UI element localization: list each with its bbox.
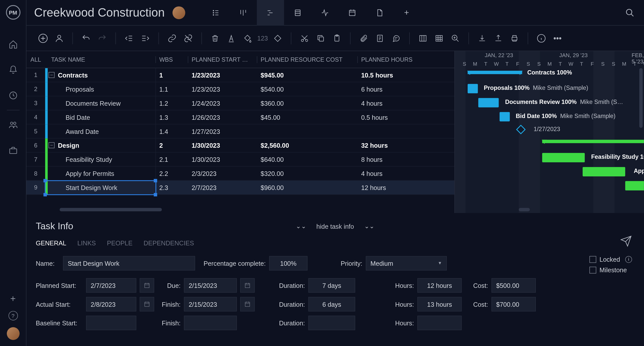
view-gantt-icon[interactable]: [257, 0, 284, 25]
table-row[interactable]: 7Feasibility Study2.11/30/2023$640.008 h…: [26, 152, 454, 167]
bell-icon[interactable]: [8, 65, 18, 75]
fill-color-icon[interactable]: [240, 31, 255, 46]
calendar-icon[interactable]: [140, 297, 154, 312]
team-icon[interactable]: [8, 120, 18, 130]
gantt-bar-feas[interactable]: [542, 153, 585, 162]
cut-icon[interactable]: [297, 31, 312, 46]
redo-icon[interactable]: [95, 31, 110, 46]
table-row[interactable]: 1−Contracts11/23/2023$945.0010.5 hours: [26, 68, 454, 82]
link-icon[interactable]: [165, 31, 179, 46]
paste-icon[interactable]: [330, 31, 344, 46]
view-file-icon[interactable]: [366, 0, 393, 25]
columns-icon[interactable]: [416, 31, 430, 46]
gantt-vscroll[interactable]: [639, 68, 643, 128]
view-sheet-icon[interactable]: [284, 0, 311, 25]
view-activity-icon[interactable]: [311, 0, 338, 25]
actual-start-field[interactable]: 2/8/2023: [86, 297, 136, 312]
actual-duration-field[interactable]: 6 days: [308, 297, 355, 312]
planned-cost-field[interactable]: $500.00: [492, 278, 536, 293]
tab-dependencies[interactable]: DEPENDENCIES: [144, 239, 194, 247]
name-field[interactable]: Start Design Work: [63, 256, 195, 271]
col-hours[interactable]: PLANNED HOURS: [358, 56, 426, 63]
table-row[interactable]: 6−Design21/30/2023$2,560.0032 hours: [26, 138, 454, 152]
view-board-icon[interactable]: [229, 0, 257, 25]
attach-icon[interactable]: [356, 31, 371, 46]
add-view-icon[interactable]: +: [393, 0, 420, 25]
user-avatar[interactable]: [7, 327, 19, 340]
add-task-icon[interactable]: [36, 31, 50, 46]
table-row[interactable]: 4Bid Date1.31/26/2023$45.000.5 hours: [26, 110, 454, 124]
hide-task-info[interactable]: hide task info: [316, 223, 354, 230]
actual-cost-field[interactable]: $700.00: [492, 297, 536, 312]
unlink-icon[interactable]: [181, 31, 196, 46]
due-field[interactable]: 2/15/2023: [184, 278, 237, 293]
collapse-icon[interactable]: −: [49, 142, 55, 148]
gantt-bar-design[interactable]: [542, 140, 644, 143]
col-all[interactable]: ALL: [26, 56, 45, 63]
calendar-icon[interactable]: [240, 278, 255, 293]
copy-icon[interactable]: [313, 31, 328, 46]
collapse-icon[interactable]: −: [49, 72, 55, 78]
gantt-bar-apply[interactable]: [583, 167, 625, 176]
indent-icon[interactable]: [138, 31, 153, 46]
comment-icon[interactable]: [389, 31, 404, 46]
tab-general[interactable]: GENERAL: [36, 239, 66, 247]
milestone-icon[interactable]: [270, 31, 285, 46]
table-row[interactable]: 9Start Design Work2.32/7/2023$960.0012 h…: [26, 181, 454, 195]
view-calendar-icon[interactable]: [338, 0, 366, 25]
zoom-icon[interactable]: [448, 31, 463, 46]
locked-checkbox[interactable]: [589, 256, 596, 263]
info-icon[interactable]: [534, 31, 549, 46]
briefcase-icon[interactable]: [8, 145, 18, 156]
col-wbs[interactable]: WBS: [156, 56, 188, 63]
view-list-icon[interactable]: [202, 0, 229, 25]
calendar-icon[interactable]: [140, 278, 154, 293]
send-icon[interactable]: [620, 235, 632, 249]
help-icon[interactable]: ?: [8, 311, 18, 320]
toolbar-number[interactable]: 123: [256, 34, 269, 42]
planned-duration-field[interactable]: 7 days: [308, 278, 355, 293]
col-name[interactable]: TASK NAME: [45, 56, 156, 63]
table-row[interactable]: 8Apply for Permits2.22/3/2023$320.004 ho…: [26, 167, 454, 181]
table-row[interactable]: 2Proposals1.11/23/2023$540.006 hours: [26, 82, 454, 96]
assign-icon[interactable]: [52, 31, 67, 46]
chevron-down-icon[interactable]: ⌄⌄: [364, 223, 375, 229]
planned-hours-field[interactable]: 12 hours: [417, 278, 462, 293]
undo-icon[interactable]: [79, 31, 93, 46]
col-cost[interactable]: PLANNED RESOURCE COST: [257, 56, 358, 63]
actual-finish-field[interactable]: 2/15/2023: [184, 297, 237, 312]
add-icon[interactable]: +: [10, 293, 16, 304]
gantt-bar-docs[interactable]: [478, 98, 499, 107]
app-logo[interactable]: PM: [6, 5, 20, 20]
gantt-bar-contracts[interactable]: [468, 71, 522, 74]
locked-info-icon[interactable]: i: [625, 256, 632, 263]
milestone-checkbox[interactable]: [589, 266, 596, 273]
text-color-icon[interactable]: [224, 31, 239, 46]
print-icon[interactable]: [507, 31, 522, 46]
search-icon[interactable]: [625, 8, 634, 17]
gantt-bar-bid[interactable]: [500, 112, 510, 121]
col-start[interactable]: PLANNED START …: [188, 56, 257, 63]
planned-start-field[interactable]: 2/7/2023: [86, 278, 136, 293]
actual-hours-field[interactable]: 13 hours: [417, 297, 462, 312]
baseline-finish-field[interactable]: [184, 316, 237, 330]
baseline-start-field[interactable]: [86, 316, 136, 330]
delete-icon[interactable]: [208, 31, 222, 46]
grid-icon[interactable]: [432, 31, 447, 46]
project-avatar[interactable]: [172, 6, 185, 19]
outdent-icon[interactable]: [122, 31, 136, 46]
pct-field[interactable]: 100%: [269, 256, 307, 271]
more-icon[interactable]: [550, 31, 565, 46]
notes-icon[interactable]: [373, 31, 387, 46]
tab-links[interactable]: LINKS: [77, 239, 96, 247]
table-row[interactable]: 3Documents Review1.21/24/2023$360.004 ho…: [26, 96, 454, 110]
home-icon[interactable]: [8, 39, 18, 50]
grid-scrollbar[interactable]: [60, 208, 162, 211]
table-row[interactable]: 5Award Date1.41/27/2023: [26, 124, 454, 138]
tab-people[interactable]: PEOPLE: [107, 239, 133, 247]
import-icon[interactable]: [475, 31, 490, 46]
baseline-hours-field[interactable]: [417, 316, 462, 330]
clock-icon[interactable]: [8, 90, 18, 101]
gantt-chart[interactable]: JAN, 22 '23 JAN, 29 '23 FEB, 5 '23 SMTWT…: [454, 51, 644, 213]
gantt-hscroll[interactable]: [519, 208, 530, 211]
